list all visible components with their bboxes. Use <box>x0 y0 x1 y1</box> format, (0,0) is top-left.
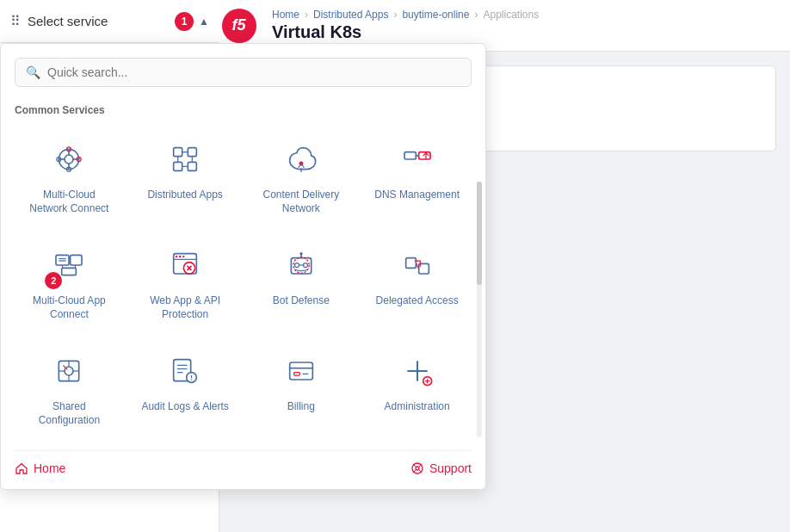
f5-logo-text: f5 <box>231 16 245 34</box>
search-container: 🔍 <box>15 58 472 87</box>
multi-cloud-app-badge: 2 <box>45 272 62 289</box>
svg-point-37 <box>182 256 185 258</box>
svg-rect-48 <box>405 258 416 269</box>
service-cdn[interactable]: Content DeliveryNetwork <box>247 128 356 224</box>
scroll-thumb <box>477 182 482 285</box>
cdn-icon-wrap <box>279 137 324 182</box>
sep3: › <box>474 9 478 21</box>
service-bot-defense[interactable]: Bot Defense <box>247 234 356 330</box>
svg-rect-26 <box>56 256 69 266</box>
breadcrumb-applications: Applications <box>483 9 539 21</box>
breadcrumb-distributed[interactable]: Distributed Apps <box>313 9 388 21</box>
service-selector[interactable]: ⠿ Select service 1 ▲ <box>0 0 219 43</box>
audit-logs-label: Audit Logs & Alerts <box>141 400 228 414</box>
sidebar: ⠿ Select service 1 ▲ 🔍 Common Services <box>0 0 219 532</box>
service-multi-cloud-network[interactable]: Multi-CloudNetwork Connect <box>15 128 124 224</box>
service-badge: 1 <box>175 12 194 31</box>
svg-point-36 <box>179 256 182 258</box>
audit-logs-icon <box>168 354 202 388</box>
svg-point-63 <box>191 380 193 381</box>
cdn-label: Content DeliveryNetwork <box>263 189 340 215</box>
web-app-icon-wrap <box>163 243 207 288</box>
svg-point-43 <box>303 263 307 268</box>
page-title: Virtual K8s <box>272 22 776 42</box>
cdn-icon <box>284 142 318 176</box>
service-distributed-apps[interactable]: Distributed Apps <box>131 128 240 224</box>
service-shared-config[interactable]: SharedConfiguration <box>15 340 124 436</box>
breadcrumb-buytime[interactable]: buytime-online <box>402 9 469 21</box>
bot-defense-icon <box>284 248 318 282</box>
svg-rect-11 <box>188 148 196 157</box>
grid-icon: ⠿ <box>10 13 21 29</box>
service-multi-cloud-app[interactable]: 2 Multi-Cloud AppConnect <box>15 234 124 330</box>
search-icon: 🔍 <box>26 65 40 79</box>
service-dns[interactable]: DNS Management <box>362 128 472 224</box>
sep1: › <box>305 9 308 21</box>
chevron-up-icon: ▲ <box>199 15 209 28</box>
svg-rect-64 <box>290 362 313 380</box>
svg-rect-66 <box>294 373 300 375</box>
delegated-access-icon-wrap <box>395 243 440 288</box>
multi-cloud-network-label: Multi-CloudNetwork Connect <box>29 189 108 215</box>
search-input[interactable] <box>47 65 460 79</box>
dns-icon-wrap <box>395 137 440 182</box>
bot-defense-label: Bot Defense <box>273 294 330 308</box>
multi-cloud-network-icon <box>52 142 86 176</box>
common-services-label: Common Services <box>15 104 472 116</box>
billing-label: Billing <box>287 400 315 414</box>
dns-icon <box>400 142 435 176</box>
support-link[interactable]: Support <box>410 461 472 475</box>
bot-defense-icon-wrap <box>279 243 324 288</box>
svg-rect-13 <box>188 162 196 170</box>
svg-point-1 <box>65 155 73 164</box>
services-grid: Multi-CloudNetwork Connect <box>15 128 472 436</box>
sep2: › <box>393 9 397 21</box>
web-app-label: Web App & APIProtection <box>150 294 220 321</box>
svg-rect-10 <box>174 148 182 157</box>
scrollbar[interactable] <box>477 182 482 437</box>
breadcrumb-home[interactable]: Home <box>272 9 299 21</box>
delegated-access-icon <box>400 248 435 282</box>
service-label: Select service <box>28 14 175 28</box>
shared-config-label: SharedConfiguration <box>39 400 100 427</box>
svg-point-42 <box>294 263 299 268</box>
service-billing[interactable]: Billing <box>247 340 356 436</box>
support-label: Support <box>429 461 472 475</box>
multi-cloud-app-icon-wrap: 2 <box>46 243 91 288</box>
svg-point-46 <box>299 252 302 255</box>
svg-rect-22 <box>404 152 416 159</box>
shared-config-icon-wrap <box>46 349 91 393</box>
home-link[interactable]: Home <box>15 461 65 475</box>
svg-rect-29 <box>71 256 82 266</box>
administration-icon <box>400 354 435 388</box>
delegated-access-label: Delegated Access <box>376 294 459 308</box>
service-administration[interactable]: Administration <box>362 340 472 436</box>
multi-cloud-network-icon-wrap <box>46 137 91 182</box>
administration-label: Administration <box>385 400 450 414</box>
distributed-apps-icon-wrap <box>163 137 207 182</box>
billing-icon <box>284 354 318 388</box>
service-audit-logs[interactable]: Audit Logs & Alerts <box>131 340 240 436</box>
svg-rect-30 <box>62 269 77 275</box>
distributed-apps-label: Distributed Apps <box>147 189 222 202</box>
service-web-app[interactable]: Web App & APIProtection <box>131 234 240 330</box>
billing-icon-wrap <box>279 349 324 393</box>
administration-icon-wrap <box>395 349 440 393</box>
support-icon <box>410 461 424 475</box>
multi-cloud-app-label: Multi-Cloud AppConnect <box>33 294 106 321</box>
svg-point-35 <box>176 256 178 258</box>
dropdown-footer: Home Support <box>15 450 472 475</box>
svg-rect-12 <box>174 162 182 170</box>
home-label: Home <box>34 461 65 475</box>
f5-logo: f5 <box>222 9 256 43</box>
service-dropdown: 🔍 Common Services <box>0 43 486 490</box>
distributed-apps-icon <box>168 142 202 176</box>
service-delegated-access[interactable]: Delegated Access <box>362 234 472 330</box>
audit-logs-icon-wrap <box>163 349 207 393</box>
dns-label: DNS Management <box>374 189 460 202</box>
web-app-icon <box>168 248 202 282</box>
svg-point-74 <box>416 467 419 470</box>
home-icon <box>15 461 28 475</box>
breadcrumb: Home › Distributed Apps › buytime-online… <box>272 9 776 21</box>
shared-config-icon <box>52 354 86 388</box>
